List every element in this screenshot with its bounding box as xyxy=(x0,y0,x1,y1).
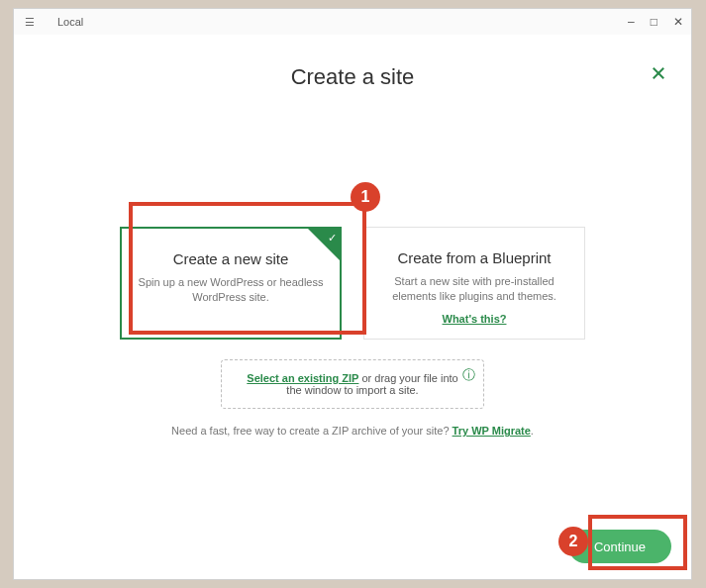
close-window-button[interactable]: ✕ xyxy=(673,16,683,28)
new-site-title: Create a new site xyxy=(138,250,324,267)
app-window: ☰ Local – □ ✕ Create a site ✓ Create a n… xyxy=(13,8,692,580)
minimize-button[interactable]: – xyxy=(628,16,635,28)
select-zip-link[interactable]: Select an existing ZIP xyxy=(247,372,358,384)
blueprint-desc: Start a new site with pre-installed elem… xyxy=(380,274,568,305)
window-controls: – □ ✕ xyxy=(628,16,683,28)
create-new-site-card[interactable]: ✓ Create a new site Spin up a new WordPr… xyxy=(120,227,342,340)
page-title: Create a site xyxy=(14,64,691,90)
titlebar: ☰ Local – □ ✕ xyxy=(14,9,691,35)
create-from-blueprint-card[interactable]: Create from a Blueprint Start a new site… xyxy=(363,227,585,340)
info-icon[interactable]: ⓘ xyxy=(462,366,475,384)
hint-line: Need a fast, free way to create a ZIP ar… xyxy=(14,425,691,437)
hamburger-menu-icon[interactable]: ☰ xyxy=(22,16,38,29)
options-row: ✓ Create a new site Spin up a new WordPr… xyxy=(14,227,691,340)
wp-migrate-link[interactable]: Try WP Migrate xyxy=(453,425,531,437)
hint-trailing: . xyxy=(531,425,534,437)
whats-this-link[interactable]: What's this? xyxy=(380,313,568,325)
zip-dropzone[interactable]: ⓘ Select an existing ZIP or drag your fi… xyxy=(221,359,484,409)
app-name: Local xyxy=(57,16,83,28)
hint-text: Need a fast, free way to create a ZIP ar… xyxy=(171,425,453,437)
page-body: Create a site ✓ Create a new site Spin u… xyxy=(14,35,691,579)
maximize-button[interactable]: □ xyxy=(651,16,657,28)
check-icon: ✓ xyxy=(328,232,337,245)
close-icon[interactable] xyxy=(650,64,667,86)
blueprint-title: Create from a Blueprint xyxy=(380,249,568,266)
new-site-desc: Spin up a new WordPress or headless Word… xyxy=(138,275,324,306)
continue-button[interactable]: Continue xyxy=(568,530,671,563)
